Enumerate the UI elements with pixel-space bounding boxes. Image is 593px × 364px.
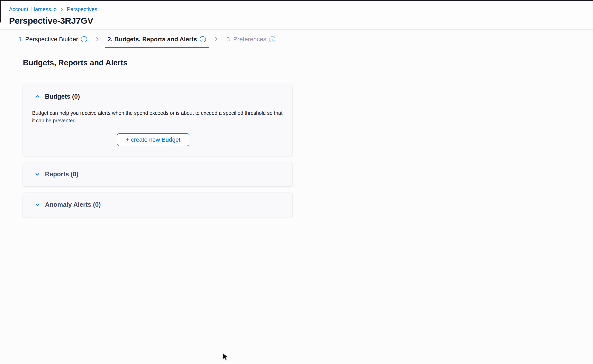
tab-label: 1. Perspective Builder [18, 36, 78, 43]
tab-label: 3. Preferences [226, 36, 266, 43]
window-edge-top [0, 0, 593, 1]
wizard-steps: 1. Perspective Builder i 2. Budgets, Rep… [15, 30, 593, 49]
chevron-up-icon[interactable] [34, 94, 40, 100]
budgets-card-header[interactable]: Budgets (0) [23, 93, 283, 100]
tab-preferences[interactable]: 3. Preferences i [224, 30, 278, 49]
breadcrumb-account-link[interactable]: Account: Harness.io [9, 6, 57, 13]
chevron-right-icon [60, 7, 64, 12]
section-heading: Budgets, Reports and Alerts [23, 58, 593, 67]
mouse-cursor-icon [222, 352, 230, 363]
page-title: Perspective-3RJ7GV [9, 16, 593, 26]
reports-card: Reports (0) [23, 162, 293, 186]
anomaly-alerts-card-header[interactable]: Anomaly Alerts (0) [23, 201, 101, 208]
main-content: Budgets, Reports and Alerts Budgets (0) … [0, 49, 593, 217]
info-icon[interactable]: i [200, 36, 206, 42]
reports-card-title: Reports (0) [45, 170, 79, 178]
breadcrumb-perspectives-link[interactable]: Perspectives [67, 6, 97, 13]
reports-card-header[interactable]: Reports (0) [23, 170, 79, 178]
tab-label: 2. Budgets, Reports and Alerts [107, 36, 197, 43]
chevron-down-icon[interactable] [34, 171, 40, 177]
chevron-right-icon [209, 30, 224, 49]
app-window: Account: Harness.io Perspectives Perspec… [0, 0, 593, 364]
budgets-description: Budget can help you receive alerts when … [32, 109, 283, 124]
window-edge-left [0, 0, 1, 22]
budgets-card: Budgets (0) Budget can help you receive … [23, 84, 293, 156]
anomaly-alerts-card-title: Anomaly Alerts (0) [45, 201, 101, 208]
info-icon[interactable]: i [269, 36, 275, 42]
create-new-budget-button[interactable]: + create new Budget [117, 133, 190, 146]
anomaly-alerts-card: Anomaly Alerts (0) [23, 193, 293, 217]
chevron-down-icon[interactable] [34, 202, 40, 208]
info-icon[interactable]: i [81, 36, 87, 42]
budgets-card-title: Budgets (0) [45, 93, 80, 100]
tab-budgets-reports-alerts[interactable]: 2. Budgets, Reports and Alerts i [105, 30, 209, 49]
breadcrumb: Account: Harness.io Perspectives [9, 6, 593, 13]
chevron-right-icon [90, 30, 105, 49]
page-header: Account: Harness.io Perspectives Perspec… [0, 0, 593, 30]
tab-perspective-builder[interactable]: 1. Perspective Builder i [15, 30, 90, 49]
